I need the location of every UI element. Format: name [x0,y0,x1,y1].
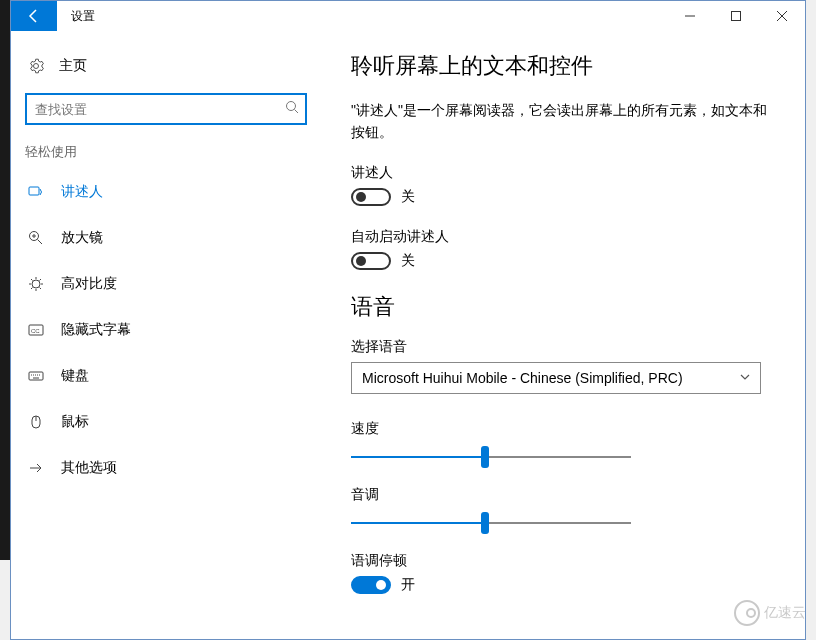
nav-label: 隐藏式字幕 [47,321,131,339]
speed-slider[interactable] [351,456,631,458]
content-pane: 聆听屏幕上的文本和控件 "讲述人"是一个屏幕阅读器，它会读出屏幕上的所有元素，如… [321,31,805,639]
nav-item-mouse[interactable]: 鼠标 [11,399,321,445]
voice-select[interactable]: Microsoft Huihui Mobile - Chinese (Simpl… [351,362,761,394]
back-button[interactable] [11,1,57,31]
svg-rect-0 [732,12,741,21]
maximize-icon [731,11,741,21]
nav-item-other[interactable]: 其他选项 [11,445,321,491]
magnifier-icon [25,230,47,246]
nav-item-narrator[interactable]: 讲述人 [11,169,321,215]
voice-heading: 语音 [351,292,775,322]
page-description: "讲述人"是一个屏幕阅读器，它会读出屏幕上的所有元素，如文本和按钮。 [351,99,775,144]
speed-label: 速度 [351,420,775,438]
svg-rect-2 [29,187,39,195]
narrator-toggle[interactable] [351,188,391,206]
minimize-button[interactable] [667,1,713,31]
mouse-icon [25,414,47,430]
svg-text:CC: CC [31,328,40,334]
nav-item-cc[interactable]: CC 隐藏式字幕 [11,307,321,353]
nav-label: 鼠标 [47,413,89,431]
nav-item-keyboard[interactable]: 键盘 [11,353,321,399]
narrator-toggle-state: 关 [391,188,415,206]
nav-label: 讲述人 [47,183,103,201]
chevron-down-icon [739,369,751,387]
pause-toggle-state: 开 [391,576,415,594]
search-input[interactable] [25,93,307,125]
gear-icon [25,58,47,74]
autostart-toggle-label: 自动启动讲述人 [351,228,775,246]
close-button[interactable] [759,1,805,31]
minimize-icon [685,11,695,21]
svg-point-1 [287,102,296,111]
pitch-slider[interactable] [351,522,631,524]
close-icon [777,11,787,21]
nav-label: 其他选项 [47,459,117,477]
maximize-button[interactable] [713,1,759,31]
sidebar: 主页 轻松使用 讲述人 [11,31,321,639]
voice-select-label: 选择语音 [351,338,775,356]
pitch-label: 音调 [351,486,775,504]
autostart-toggle[interactable] [351,252,391,270]
voice-select-value: Microsoft Huihui Mobile - Chinese (Simpl… [351,362,761,394]
cc-icon: CC [25,322,47,338]
window-title: 设置 [57,1,95,31]
slider-thumb[interactable] [481,446,489,468]
slider-thumb[interactable] [481,512,489,534]
titlebar: 设置 [11,1,805,31]
narrator-toggle-label: 讲述人 [351,164,775,182]
nav-label: 高对比度 [47,275,117,293]
nav-item-contrast[interactable]: 高对比度 [11,261,321,307]
nav-label: 放大镜 [47,229,103,247]
settings-window: 设置 主页 轻松使用 [10,0,806,640]
autostart-toggle-state: 关 [391,252,415,270]
editor-gutter-strip [0,0,10,560]
nav-item-magnifier[interactable]: 放大镜 [11,215,321,261]
narrator-icon [25,184,47,200]
contrast-icon [25,276,47,292]
page-heading: 聆听屏幕上的文本和控件 [351,51,775,81]
nav-label: 键盘 [47,367,89,385]
svg-rect-7 [29,372,43,380]
home-button[interactable]: 主页 [11,51,321,81]
arrow-icon [25,460,47,476]
nav-list: 讲述人 放大镜 高对比度 CC [11,169,321,491]
arrow-left-icon [26,8,42,24]
svg-point-4 [32,280,40,288]
keyboard-icon [25,368,47,384]
home-label: 主页 [47,57,87,75]
pause-toggle-label: 语调停顿 [351,552,775,570]
search-box[interactable] [25,93,307,125]
nav-category: 轻松使用 [11,143,321,169]
pause-toggle[interactable] [351,576,391,594]
search-icon [285,100,299,118]
